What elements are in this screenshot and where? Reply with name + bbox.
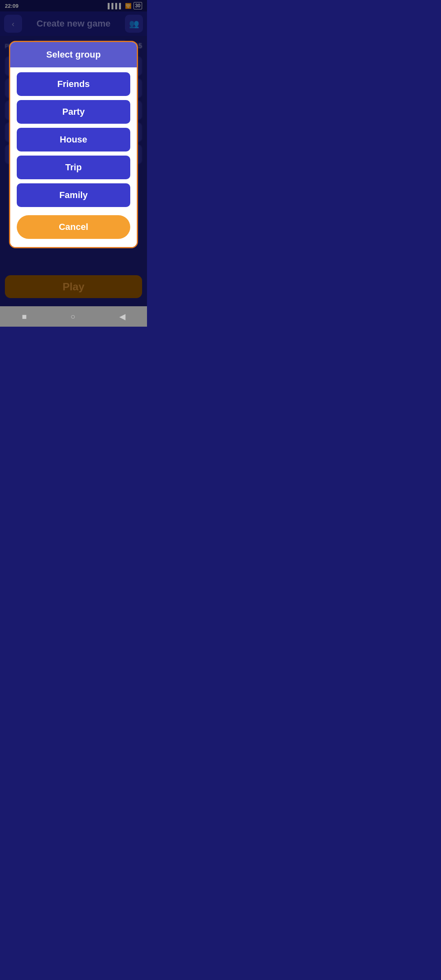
group-house-button[interactable]: House — [17, 128, 131, 151]
cancel-button[interactable]: Cancel — [17, 215, 131, 239]
select-group-modal: Select group Friends Party House Trip Fa… — [9, 41, 138, 248]
navigation-bar: ■ ○ ◀ — [0, 306, 147, 327]
modal-overlay[interactable]: Select group Friends Party House Trip Fa… — [0, 0, 147, 327]
modal-title: Select group — [46, 49, 100, 60]
group-party-button[interactable]: Party — [17, 100, 131, 124]
nav-back-icon[interactable]: ◀ — [119, 312, 125, 321]
modal-body: Friends Party House Trip Family Cancel — [10, 67, 137, 247]
group-trip-button[interactable]: Trip — [17, 156, 131, 179]
group-family-button[interactable]: Family — [17, 183, 131, 207]
modal-header: Select group — [10, 42, 137, 67]
nav-home-icon[interactable]: ○ — [71, 312, 76, 321]
nav-square-icon[interactable]: ■ — [22, 312, 27, 321]
group-friends-button[interactable]: Friends — [17, 72, 131, 96]
